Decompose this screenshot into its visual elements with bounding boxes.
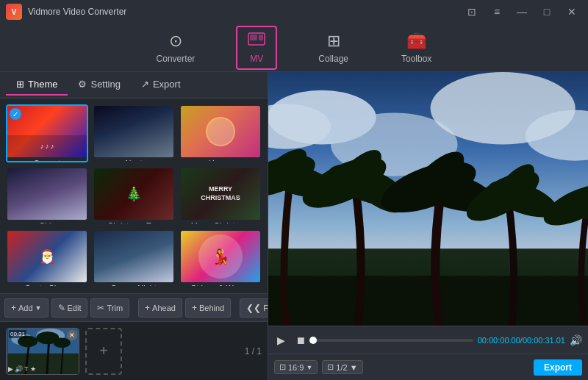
mv-icon [248,32,265,51]
theme-santa-claus-thumb: 🎅 [7,231,87,282]
edit-button[interactable]: ✎ Edit [51,298,88,318]
svg-rect-2 [259,35,263,40]
clip-count: 1 / 1 [245,346,262,356]
export-arrow-icon: ↗ [141,79,149,90]
nav-mv-label: MV [250,54,263,64]
theme-christmas-eve-label: Christmas Eve [94,220,173,225]
tab-export-label: Export [153,79,181,90]
nav-toolbox[interactable]: 🧰 Toolbox [390,26,443,70]
progress-bar[interactable] [313,339,473,342]
clip-close-button[interactable]: ✕ [67,330,77,340]
theme-stripes-waves-label: Stripes & Waves [181,282,260,287]
nav-converter-label: Converter [157,54,196,64]
maximize-button[interactable]: □ [537,4,557,20]
theme-christmas-eve-thumb: 🎄 [94,168,173,220]
app-logo: V [6,4,22,20]
theme-happy-thumb [181,106,260,157]
toolbox-icon: 🧰 [406,32,426,51]
app-title: Vidmore Video Converter [28,7,462,17]
ratio-value: 16:9 [288,363,304,372]
edit-icon: ✎ [58,303,65,313]
ahead-button[interactable]: + Ahead [138,298,182,318]
tab-setting[interactable]: ⚙ Setting [68,74,130,96]
theme-stripes-waves[interactable]: 💃 Stripes & Waves [179,229,262,287]
theme-neat-label: Neat [94,157,173,162]
theme-chic-thumb [7,168,87,220]
volume-icon[interactable]: 🔊 [570,334,582,346]
nav-collage-label: Collage [318,54,348,64]
theme-santa-claus[interactable]: 🎅 Santa Claus [6,229,88,287]
theme-happy[interactable]: Happy [179,104,262,162]
nav-converter[interactable]: ⊙ Converter [145,26,207,70]
theme-grid: ♪ ♪ ♪ ✓ Current Neat Happy [0,98,268,293]
forward-icon: ❮❮ [246,303,261,313]
tab-export[interactable]: ↗ Export [131,74,191,96]
tab-theme[interactable]: ⊞ Theme [6,74,68,96]
theme-grid-icon: ⊞ [16,79,24,90]
menu-button[interactable]: ≡ [487,4,507,20]
timeline-area: ✕ ▶ 🔊 T ★ 00:31 + 1 / 1 [0,321,268,380]
right-panel: ▶ ⏹ 00:00:00.00/00:00:31.01 🔊 ⊡ 16:9 ▼ ⊡… [268,72,588,380]
play-button[interactable]: ▶ [274,333,288,348]
tab-setting-label: Setting [90,79,120,90]
video-bottom-controls: ⊡ 16:9 ▼ ⊡ 1/2 ▼ Export [268,354,588,380]
minimize-button[interactable]: — [512,4,532,20]
window-controls: ⊡ ≡ — □ ✕ [462,4,582,20]
stop-button[interactable]: ⏹ [293,333,309,348]
res-arrow-icon: ▼ [350,363,358,372]
svg-rect-1 [250,35,257,40]
time-display: 00:00:00.00/00:00:31.01 [478,336,565,345]
behind-icon: + [192,303,197,313]
collage-icon: ⊞ [327,32,340,51]
theme-selected-check: ✓ [10,108,21,120]
title-bar: V Vidmore Video Converter ⊡ ≡ — □ ✕ [0,0,588,24]
export-button[interactable]: Export [534,359,582,376]
left-panel: ⊞ Theme ⚙ Setting ↗ Export ♪ ♪ ♪ ✓ [0,72,268,380]
svg-rect-21 [268,276,588,326]
theme-santa-claus-label: Santa Claus [7,282,87,287]
aspect-ratio-select[interactable]: ⊡ 16:9 ▼ [274,360,318,374]
resolution-select[interactable]: ⊡ 1/2 ▼ [322,360,362,374]
theme-snowy-night-label: Snowy Night [94,282,173,287]
nav-mv[interactable]: MV [236,26,277,70]
add-dropdown-icon: ▼ [35,304,42,312]
clip-action-icons: ▶ 🔊 T ★ [8,365,36,373]
res-value: 1/2 [336,363,347,372]
theme-merry-christmas[interactable]: MERRYCHRISTMAS Merry Christmas [179,167,262,225]
close-button[interactable]: ✕ [562,4,582,20]
preview-area [268,72,588,326]
ratio-arrow-icon: ▼ [306,364,312,371]
setting-gear-icon: ⚙ [78,79,87,90]
add-clip-button[interactable]: + [85,328,122,375]
behind-button[interactable]: + Behind [185,298,231,318]
trim-button[interactable]: ✂ Trim [90,298,129,318]
theme-neat[interactable]: Neat [93,104,175,162]
theme-chic[interactable]: Chic [6,167,88,225]
nav-toolbox-label: Toolbox [401,54,431,64]
theme-chic-label: Chic [7,220,87,225]
add-button[interactable]: + Add ▼ [4,298,49,318]
clip-audio-icon: 🔊 [15,365,23,373]
main-layout: ⊞ Theme ⚙ Setting ↗ Export ♪ ♪ ♪ ✓ [0,72,588,380]
nav-bar: ⊙ Converter MV ⊞ Collage 🧰 Toolbox [0,24,588,72]
clip-play-icon: ▶ [8,365,13,373]
preview-video [268,72,588,326]
nav-collage[interactable]: ⊞ Collage [306,26,360,70]
chat-button[interactable]: ⊡ [462,4,482,20]
ahead-icon: + [145,303,150,313]
theme-snowy-night[interactable]: Snowy Night [93,229,175,287]
add-icon: + [11,303,16,313]
progress-thumb [309,337,317,344]
theme-happy-label: Happy [181,157,260,162]
ratio-icon: ⊡ [279,362,286,372]
theme-current[interactable]: ♪ ♪ ♪ ✓ Current [6,104,88,162]
tab-theme-label: Theme [28,79,57,90]
theme-christmas-eve[interactable]: 🎄 Christmas Eve [93,167,175,225]
timeline-clip-1[interactable]: ✕ ▶ 🔊 T ★ 00:31 [6,328,79,375]
theme-current-label: Current [7,157,87,162]
clip-duration: 00:31 [9,330,26,338]
converter-icon: ⊙ [169,32,182,51]
video-controls: ▶ ⏹ 00:00:00.00/00:00:31.01 🔊 [268,326,588,354]
theme-neat-thumb [94,106,173,157]
res-icon: ⊡ [327,362,334,372]
